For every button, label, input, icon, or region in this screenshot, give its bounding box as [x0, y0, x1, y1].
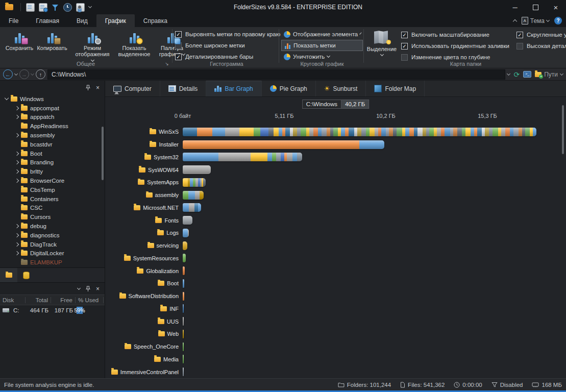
pie-show-labels-button[interactable]: Показать метки [281, 40, 363, 51]
chart-row-label[interactable]: SystemResources [105, 255, 183, 261]
command-prompt-icon[interactable]: >_ [523, 71, 531, 78]
chart-row-label[interactable]: Boot [105, 280, 183, 286]
chart-row-label[interactable]: Logs [105, 230, 183, 236]
tree-item[interactable]: DiagTrack [0, 240, 105, 249]
expand-icon[interactable] [15, 224, 19, 228]
chart-row-label[interactable]: Globalization [105, 268, 183, 274]
pin-icon[interactable] [85, 286, 91, 292]
tree-item[interactable]: debug [0, 222, 105, 231]
disk-panel-menu-icon[interactable] [77, 286, 81, 289]
back-history-icon[interactable] [14, 71, 18, 75]
chart-bar[interactable] [183, 304, 184, 313]
col-used[interactable]: % Used [76, 297, 104, 303]
tree-item[interactable]: Boot [0, 149, 105, 158]
tree-item[interactable]: diagnostics [0, 231, 105, 240]
tree-item[interactable]: CbsTemp [0, 185, 105, 194]
pie-item-display-button[interactable]: Отображение элемента [281, 29, 363, 40]
expand-icon[interactable] [15, 179, 19, 183]
chart-row-label[interactable]: Speech_OneCore [105, 344, 183, 350]
tree-item[interactable]: Containers [0, 194, 105, 204]
chart-bar[interactable] [183, 241, 187, 250]
help-button[interactable]: ? [554, 17, 562, 24]
tree-item[interactable]: ELAMBKUP [0, 258, 105, 267]
expand-icon[interactable] [15, 115, 19, 119]
forward-history-icon[interactable] [31, 71, 34, 75]
maximize-button[interactable] [525, 0, 546, 14]
option-enable-scaling[interactable]: Включить масштабирование [401, 29, 509, 40]
chart-bar[interactable] [183, 229, 189, 237]
expand-icon[interactable] [15, 251, 19, 255]
up-button[interactable]: ↑ [36, 69, 45, 79]
tree-item[interactable]: Branding [0, 158, 105, 167]
chart-row-label[interactable]: SysWOW64 [105, 167, 183, 173]
dialog-launcher-icon[interactable]: ↘ [164, 61, 169, 66]
chart-bar[interactable] [183, 292, 184, 301]
chart-bar[interactable] [183, 342, 184, 351]
chart-row-label[interactable]: SystemApps [105, 179, 183, 185]
chart-bar[interactable] [183, 128, 536, 136]
tab-sunburst[interactable]: ☀Sunburst [316, 81, 366, 96]
expand-icon[interactable] [15, 133, 19, 137]
chart-row-label[interactable]: Installer [105, 141, 183, 148]
chart-bar[interactable] [183, 165, 211, 174]
pin-icon[interactable] [85, 85, 91, 91]
option-align-labels[interactable]: Выровнять метки по правому краю [175, 29, 278, 40]
close-button[interactable]: × [546, 0, 566, 14]
chart-bar[interactable] [183, 368, 184, 376]
col-disk[interactable]: Disk [0, 297, 26, 303]
expand-icon[interactable] [15, 106, 19, 110]
paths-button[interactable]: Пути [535, 71, 563, 78]
disk-row[interactable]: C: 464 ГБ 187 ГБ 59% [0, 305, 105, 315]
show-selected-button[interactable]: Показать выделенное [113, 29, 155, 58]
display-mode-button[interactable]: Режим отображения [71, 29, 113, 64]
forward-button[interactable]: → [19, 69, 29, 79]
option-high-detail[interactable]: Высокая детализация [516, 40, 566, 52]
expand-icon[interactable] [15, 242, 19, 246]
folders-tab[interactable] [0, 268, 17, 282]
refresh-icon[interactable]: ⟳ [513, 71, 520, 78]
tree-item[interactable]: Cursors [0, 212, 105, 222]
chart-row-label[interactable]: Microsoft.NET [105, 205, 183, 211]
collapse-ribbon-icon[interactable] [512, 19, 516, 23]
tab-file[interactable]: File [0, 14, 27, 27]
tree-item[interactable]: bcastdvr [0, 140, 105, 149]
tree-item[interactable]: apppatch [0, 113, 105, 122]
tree-item[interactable]: Windows [0, 94, 105, 104]
chart-bar[interactable] [183, 317, 184, 326]
tab-computer[interactable]: Computer [105, 81, 160, 96]
col-free[interactable]: Free [51, 297, 76, 303]
chart-row-label[interactable]: Fonts [105, 217, 183, 224]
chart-row-label[interactable]: UUS [105, 318, 183, 325]
expand-icon[interactable] [15, 233, 19, 237]
selection-button[interactable]: Выделение [365, 29, 398, 57]
chart-bar[interactable] [183, 355, 184, 363]
chart-bar[interactable] [183, 191, 204, 200]
chart-bar[interactable] [183, 153, 302, 161]
expand-icon[interactable] [15, 169, 19, 174]
tree-item[interactable]: brltty [0, 167, 105, 176]
tree-item[interactable]: appcompat [0, 104, 105, 113]
tree-item[interactable]: DigitalLocker [0, 249, 105, 258]
tab-home[interactable]: Главная [27, 14, 68, 27]
tab-folder-map[interactable]: Folder Map [366, 81, 425, 96]
chart-bar[interactable] [183, 178, 206, 187]
chart-row-label[interactable]: assembly [105, 192, 183, 198]
save-chart-button[interactable]: Сохранить [3, 29, 36, 52]
chart-bar[interactable] [183, 279, 184, 288]
copy-chart-button[interactable]: Копировать [36, 29, 68, 52]
tree-item[interactable]: CSC [0, 204, 105, 213]
tab-graph[interactable]: График [96, 14, 135, 27]
chart-row-label[interactable]: INF [105, 306, 183, 312]
option-wider-labels[interactable]: Более широкое метки [175, 40, 278, 51]
minimize-button[interactable]: ─ [505, 0, 525, 14]
chart-bar[interactable] [183, 216, 192, 225]
chart-row-label[interactable]: Media [105, 356, 183, 362]
chart-row-label[interactable]: Web [105, 331, 183, 337]
tab-pie-graph[interactable]: Pie Graph [262, 81, 316, 96]
report-icon[interactable] [26, 3, 35, 12]
filter-icon[interactable] [52, 4, 59, 11]
collapse-icon[interactable] [5, 96, 9, 100]
tree-item[interactable]: AppReadiness [0, 121, 105, 131]
col-total[interactable]: Total [26, 297, 51, 303]
chart-row-label[interactable]: ImmersiveControlPanel [105, 369, 183, 375]
